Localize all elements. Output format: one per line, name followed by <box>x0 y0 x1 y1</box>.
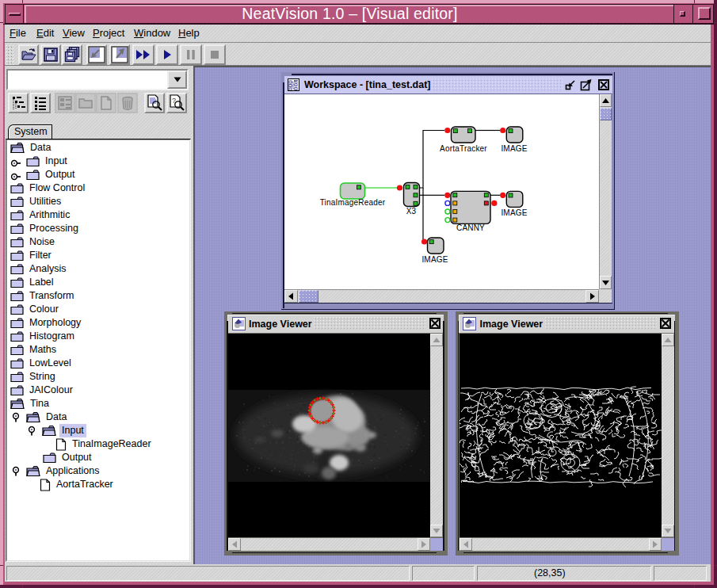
svg-text:X3: X3 <box>406 207 417 216</box>
svg-text:AortaTracker: AortaTracker <box>440 144 487 153</box>
svg-text:IMAGE: IMAGE <box>421 254 448 263</box>
svg-text:IMAGE: IMAGE <box>501 208 527 217</box>
svg-text:CANNY: CANNY <box>456 223 485 232</box>
svg-text:IMAGE: IMAGE <box>501 144 527 153</box>
svg-text:TinaImageReader: TinaImageReader <box>320 198 386 207</box>
